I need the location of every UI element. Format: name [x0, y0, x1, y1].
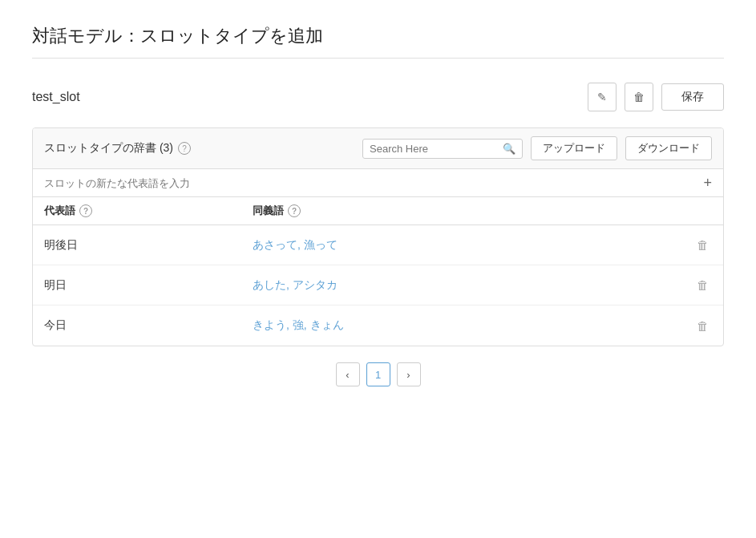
col-val-label: 同義語	[253, 204, 284, 218]
slot-name: test_slot	[32, 90, 580, 104]
slot-name-row: test_slot ✎ 🗑 保存	[32, 83, 724, 111]
dictionary-table-container: スロットタイプの辞書 (3) ? 🔍 アップロード ダウンロード + 代表語 ?…	[32, 127, 724, 346]
row-delete-button[interactable]: 🗑	[693, 278, 712, 292]
table-row: 明後日 あさって, 漁って 🗑	[33, 225, 723, 265]
new-entry-row: +	[33, 169, 723, 197]
current-page: 1	[366, 362, 390, 386]
col-header-key: 代表語 ?	[44, 204, 253, 218]
dictionary-title-text: スロットタイプの辞書 (3)	[44, 141, 173, 156]
table-row: 今日 きよう, 強, きょん 🗑	[33, 305, 723, 346]
col-key-help-icon[interactable]: ?	[79, 204, 92, 217]
save-button[interactable]: 保存	[661, 83, 724, 111]
trash-icon: 🗑	[633, 91, 645, 103]
delete-button[interactable]: 🗑	[625, 83, 653, 111]
new-entry-input[interactable]	[44, 177, 703, 189]
table-header: スロットタイプの辞書 (3) ? 🔍 アップロード ダウンロード	[33, 128, 723, 169]
col-key-label: 代表語	[44, 204, 75, 218]
cell-key: 明後日	[44, 238, 253, 253]
table-row: 明日 あした, アシタカ 🗑	[33, 265, 723, 305]
cell-value: あした, アシタカ	[253, 278, 693, 293]
row-delete-button[interactable]: 🗑	[693, 319, 712, 333]
download-button[interactable]: ダウンロード	[625, 136, 712, 160]
edit-icon: ✎	[597, 91, 607, 103]
cell-key: 今日	[44, 318, 253, 333]
cell-value: あさって, 漁って	[253, 238, 693, 253]
add-entry-button[interactable]: +	[703, 176, 712, 190]
cell-value: きよう, 強, きょん	[253, 318, 693, 333]
dictionary-help-icon[interactable]: ?	[178, 142, 191, 155]
next-page-button[interactable]: ›	[397, 362, 421, 386]
edit-button[interactable]: ✎	[588, 83, 617, 111]
row-delete-button[interactable]: 🗑	[693, 238, 712, 252]
page-title: 対話モデル：スロットタイプを追加	[32, 24, 724, 59]
prev-page-button[interactable]: ‹	[336, 362, 360, 386]
search-icon: 🔍	[503, 143, 515, 155]
cell-key: 明日	[44, 278, 253, 293]
col-header-val: 同義語 ?	[253, 204, 712, 218]
columns-header: 代表語 ? 同義語 ?	[33, 197, 723, 225]
pagination: ‹ 1 ›	[32, 362, 724, 386]
dictionary-title: スロットタイプの辞書 (3) ?	[44, 141, 354, 156]
data-rows: 明後日 あさって, 漁って 🗑 明日 あした, アシタカ 🗑 今日 きよう, 強…	[33, 225, 723, 346]
search-input[interactable]	[370, 143, 498, 155]
search-box: 🔍	[362, 139, 523, 159]
col-val-help-icon[interactable]: ?	[288, 204, 301, 217]
upload-button[interactable]: アップロード	[531, 136, 617, 160]
